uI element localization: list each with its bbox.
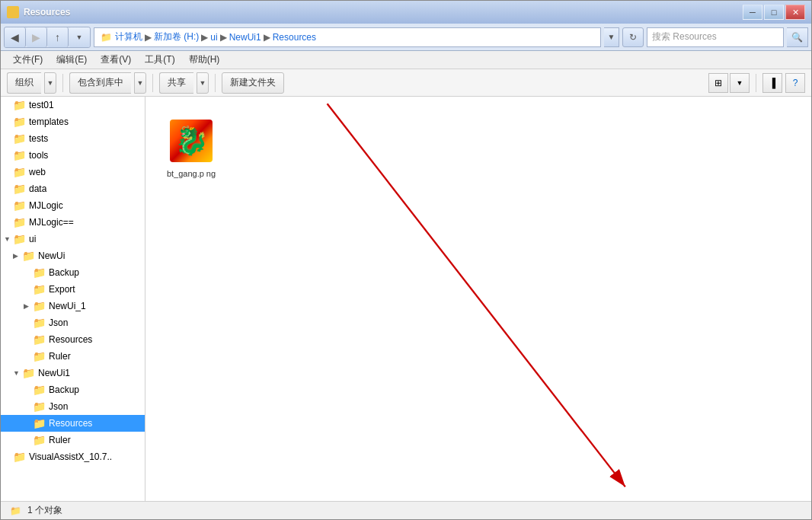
folder-icon-export: 📁: [33, 283, 46, 295]
folder-name-ui: ui: [29, 234, 36, 244]
status-bar: 📁 1 个对象: [1, 501, 811, 519]
search-button[interactable]: 🔍: [787, 27, 808, 47]
include-button[interactable]: 包含到库中: [69, 72, 131, 94]
folder-name-json2: Json: [49, 401, 68, 412]
folder-name-resources-sub: Resources: [49, 334, 92, 345]
share-label: 共享: [168, 76, 186, 89]
sidebar-item-visual-assist[interactable]: 📁 VisualAssistX_10.7..: [1, 448, 145, 465]
folder-name-backup2: Backup: [49, 384, 79, 395]
menu-file[interactable]: 文件(F): [7, 52, 49, 68]
path-computer[interactable]: 计算机: [115, 30, 142, 43]
sidebar-item-newui1[interactable]: ▼ 📁 NewUi1: [1, 365, 145, 381]
folder-icon-tools: 📁: [13, 149, 27, 161]
new-folder-label: 新建文件夹: [230, 76, 276, 89]
sidebar-item-tests[interactable]: 📁 tests: [1, 130, 145, 147]
sidebar-item-backup[interactable]: 📁 Backup: [1, 264, 145, 281]
sidebar-item-mjlogic[interactable]: 📁 MJLogic: [1, 197, 145, 214]
refresh-button[interactable]: ↻: [622, 27, 644, 47]
back-button[interactable]: ◀: [5, 27, 26, 47]
sidebar-item-backup2[interactable]: 📁 Backup: [1, 381, 145, 398]
help-button[interactable]: ?: [785, 73, 805, 93]
menu-view[interactable]: 查看(V): [94, 52, 137, 68]
include-label: 包含到库中: [78, 76, 123, 89]
menu-edit[interactable]: 编辑(E): [50, 52, 93, 68]
include-dropdown[interactable]: ▼: [134, 72, 146, 94]
preview-button[interactable]: ▐: [762, 73, 782, 93]
organize-label: 组织: [15, 76, 34, 89]
folder-name-mjlogic-eq: MJLogic==: [29, 217, 74, 228]
sidebar-item-newui[interactable]: ▶ 📁 NewUi: [1, 247, 145, 264]
folder-name-tests: tests: [29, 133, 48, 144]
toolbar-sep-4: [756, 74, 756, 92]
file-bt-gang[interactable]: bt_gang.p ng: [161, 112, 222, 183]
dropdown-button[interactable]: ▼: [69, 27, 90, 47]
sidebar-item-mjlogic-eq[interactable]: 📁 MJLogic==: [1, 214, 145, 231]
folder-icon: [7, 6, 19, 18]
sidebar-item-resources-sub[interactable]: 📁 Resources: [1, 331, 145, 348]
toolbar-sep-3: [215, 74, 216, 92]
sidebar-item-tools[interactable]: 📁 tools: [1, 147, 145, 164]
address-path[interactable]: 📁 计算机 ▶ 新加卷 (H:) ▶ ui ▶ NewUi1 ▶ Resourc…: [94, 27, 601, 47]
share-button[interactable]: 共享: [159, 72, 193, 94]
folder-icon-ruler: 📁: [33, 350, 46, 362]
sidebar-item-ruler[interactable]: 📁 Ruler: [1, 348, 145, 365]
folder-icon-mjlogic-eq: 📁: [13, 216, 27, 228]
menu-tools[interactable]: 工具(T): [139, 52, 181, 68]
sidebar-item-ruler2[interactable]: 📁 Ruler: [1, 432, 145, 448]
folder-name-newui1: NewUi1: [38, 368, 70, 378]
folder-icon-backup2: 📁: [33, 384, 46, 396]
sidebar-item-newui1-sub[interactable]: ▶ 📁 NewUi_1: [1, 298, 145, 314]
folder-icon-ruler2: 📁: [33, 434, 46, 446]
expand-icon: ▼: [13, 369, 22, 377]
up-button[interactable]: ↑: [47, 27, 69, 47]
new-folder-button[interactable]: 新建文件夹: [222, 72, 284, 94]
sidebar-item-json[interactable]: 📁 Json: [1, 314, 145, 331]
sidebar-item-export[interactable]: 📁 Export: [1, 281, 145, 298]
close-button[interactable]: ✕: [785, 5, 805, 20]
main-area: 📁 test01 📁 templates 📁 tests 📁 tools 📁: [1, 97, 811, 501]
menu-bar: 文件(F) 编辑(E) 查看(V) 工具(T) 帮助(H): [1, 51, 811, 69]
sidebar-item-data[interactable]: 📁 data: [1, 180, 145, 197]
folder-name-test01: test01: [29, 100, 54, 110]
folder-icon-resources-selected: 📁: [33, 417, 46, 429]
path-ui[interactable]: ui: [210, 32, 217, 43]
folder-icon-tests: 📁: [13, 132, 27, 145]
search-box[interactable]: 搜索 Resources: [647, 27, 784, 47]
path-icon: 📁: [101, 32, 112, 43]
folder-name-newui1-sub: NewUi_1: [49, 301, 86, 311]
toolbar-sep-1: [62, 74, 63, 92]
view-controls: ⊞ ▼: [708, 73, 750, 93]
nav-button-group: ◀ ▶ ↑ ▼: [4, 27, 91, 48]
path-resources[interactable]: Resources: [273, 32, 316, 43]
sidebar-item-ui[interactable]: ▼ 📁 ui: [1, 231, 145, 247]
path-drive[interactable]: 新加卷 (H:): [154, 30, 199, 43]
path-newui1[interactable]: NewUi1: [229, 32, 261, 43]
file-icon-bt-gang: [170, 120, 213, 162]
address-dropdown-button[interactable]: ▼: [604, 27, 619, 47]
expand-icon: ▼: [4, 235, 13, 243]
share-dropdown[interactable]: ▼: [197, 72, 209, 94]
folder-icon-newui1: 📁: [22, 367, 36, 379]
maximize-button[interactable]: □: [764, 5, 784, 20]
title-bar-left: Resources: [7, 6, 70, 18]
folder-name-tools: tools: [29, 150, 48, 161]
folder-icon-json2: 📁: [33, 400, 46, 413]
menu-help[interactable]: 帮助(H): [183, 52, 226, 68]
sidebar-item-web[interactable]: 📁 web: [1, 164, 145, 180]
organize-dropdown[interactable]: ▼: [44, 72, 56, 94]
folder-name-newui: NewUi: [38, 250, 65, 261]
minimize-button[interactable]: ─: [743, 5, 762, 20]
folder-icon-resources-sub: 📁: [33, 333, 46, 346]
sidebar-item-resources-selected[interactable]: 📁 Resources: [1, 415, 145, 432]
folder-name-backup: Backup: [49, 267, 79, 278]
sidebar-item-templates[interactable]: 📁 templates: [1, 113, 145, 130]
organize-button[interactable]: 组织: [7, 72, 41, 94]
sidebar-item-json2[interactable]: 📁 Json: [1, 398, 145, 415]
forward-button[interactable]: ▶: [26, 27, 47, 47]
folder-name-json: Json: [49, 317, 68, 328]
status-text: 1 个对象: [27, 504, 62, 517]
sidebar-item-test01[interactable]: 📁 test01: [1, 97, 145, 113]
view-dropdown-button[interactable]: ▼: [730, 73, 750, 93]
view-tiles-button[interactable]: ⊞: [708, 73, 728, 93]
folder-name-mjlogic: MJLogic: [29, 200, 63, 211]
